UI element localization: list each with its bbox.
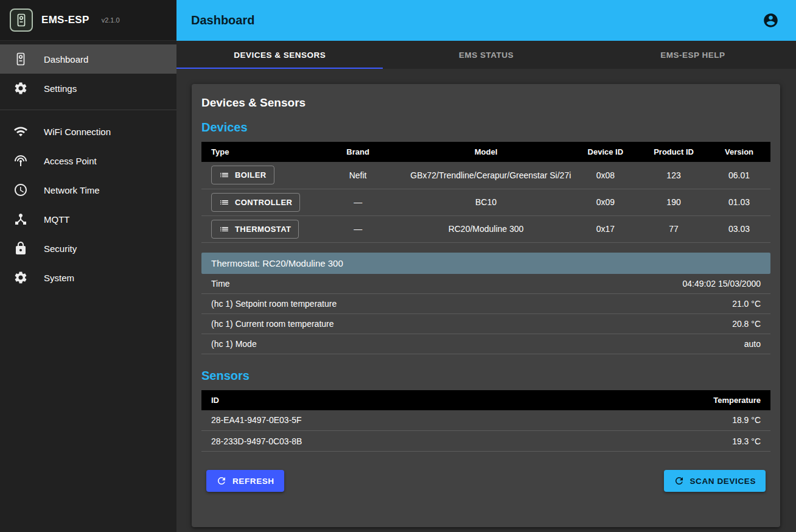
app-version: v2.1.0 [102, 16, 120, 24]
detail-row: (hc 1) Current room temperature 20.8 °C [201, 314, 770, 334]
device-version: 03.03 [708, 215, 770, 242]
tab-bar: DEVICES & SENSORS EMS STATUS EMS-ESP HEL… [176, 41, 796, 69]
page-title: Dashboard [191, 13, 254, 27]
detail-value: auto [744, 339, 761, 349]
device-model: RC20/Moduline 300 [400, 215, 571, 242]
column-header: Brand [315, 142, 400, 162]
device-product-id: 123 [640, 162, 708, 189]
wifi-icon [13, 124, 28, 139]
gear-icon [13, 81, 28, 96]
device-model: GBx72/Trendline/Cerapur/Greenstar Si/27i [400, 162, 571, 189]
column-header: Model [400, 142, 571, 162]
sidebar-item-label: MQTT [44, 214, 70, 225]
refresh-icon [216, 475, 227, 486]
tab-ems-status[interactable]: EMS STATUS [383, 41, 589, 69]
device-detail-header: Thermostat: RC20/Moduline 300 [201, 253, 770, 274]
device-type-label: THERMOSTAT [235, 225, 291, 234]
sidebar-header: EMS-ESP v2.1.0 [0, 0, 176, 41]
devices-table: Type Brand Model Device ID Product ID Ve… [201, 142, 770, 243]
detail-value: 20.8 °C [732, 319, 761, 329]
device-row: CONTROLLER — BC10 0x09 190 01.03 [201, 189, 770, 215]
sidebar-item-label: Settings [44, 83, 77, 94]
device-thermostat-button[interactable]: THERMOSTAT [211, 220, 299, 239]
device-version: 06.01 [708, 162, 770, 189]
column-header: Device ID [571, 142, 640, 162]
sensor-row: 28-EA41-9497-0E03-5F 18.9 °C [201, 410, 770, 431]
sensors-table: ID Temperature 28-EA41-9497-0E03-5F 18.9… [201, 390, 770, 452]
app-name: EMS-ESP [41, 14, 89, 26]
sidebar-item-label: WiFi Connection [44, 127, 111, 137]
sidebar-item-dashboard[interactable]: Dashboard [0, 44, 176, 74]
gear-icon [13, 270, 28, 285]
sidebar-item-label: Access Point [44, 156, 97, 166]
sidebar-item-label: Network Time [44, 185, 100, 195]
sensor-id: 28-EA41-9497-0E03-5F [201, 410, 600, 431]
device-brand: — [315, 215, 400, 242]
tab-label: EMS-ESP HELP [660, 51, 725, 60]
sensor-temperature: 18.9 °C [600, 410, 771, 431]
action-bar: REFRESH SCAN DEVICES [201, 470, 770, 492]
sensor-id: 28-233D-9497-0C03-8B [201, 431, 600, 452]
device-id: 0x09 [571, 189, 640, 215]
account-button[interactable] [760, 10, 781, 31]
detail-row: (hc 1) Setpoint room temperature 21.0 °C [201, 294, 770, 314]
column-header: Product ID [640, 142, 708, 162]
sidebar-item-settings[interactable]: Settings [0, 74, 176, 103]
sidebar-item-system[interactable]: System [0, 263, 176, 292]
list-icon [219, 224, 229, 234]
device-product-id: 77 [640, 215, 708, 242]
sidebar-item-mqtt[interactable]: MQTT [0, 205, 176, 234]
detail-value: 04:49:02 15/03/2000 [683, 279, 761, 289]
device-boiler-button[interactable]: BOILER [211, 166, 274, 184]
device-row: THERMOSTAT — RC20/Moduline 300 0x17 77 0… [201, 215, 770, 242]
sensors-table-header: ID Temperature [201, 390, 770, 410]
detail-row: (hc 1) Mode auto [201, 334, 770, 354]
detail-row: Time 04:49:02 15/03/2000 [201, 274, 770, 294]
card-title: Devices & Sensors [201, 96, 770, 110]
devices-table-header: Type Brand Model Device ID Product ID Ve… [201, 142, 770, 162]
app-bar: Dashboard [176, 0, 796, 41]
device-brand: — [315, 189, 400, 215]
device-type-label: BOILER [235, 170, 267, 180]
device-id: 0x17 [571, 215, 640, 242]
device-version: 01.03 [708, 189, 770, 215]
list-icon [219, 197, 229, 208]
device-product-id: 190 [640, 189, 708, 215]
tab-ems-esp-help[interactable]: EMS-ESP HELP [590, 41, 796, 69]
column-header: Temperature [600, 390, 771, 410]
account-circle-icon [763, 12, 779, 29]
device-type-label: CONTROLLER [235, 198, 292, 207]
lock-icon [13, 241, 28, 256]
ems-device-icon [13, 52, 28, 66]
detail-label: (hc 1) Current room temperature [211, 319, 334, 329]
sidebar-divider [0, 110, 176, 110]
sidebar-item-label: System [44, 273, 74, 283]
tab-devices-sensors[interactable]: DEVICES & SENSORS [176, 41, 383, 69]
sidebar-item-wifi-connection[interactable]: WiFi Connection [0, 117, 176, 146]
column-header: Version [708, 142, 770, 162]
devices-sensors-card: Devices & Sensors Devices Type Brand Mod… [192, 84, 780, 527]
sensor-temperature: 19.3 °C [600, 431, 771, 452]
main-area: Devices & Sensors Devices Type Brand Mod… [176, 69, 796, 532]
device-controller-button[interactable]: CONTROLLER [211, 193, 300, 212]
device-row: BOILER Nefit GBx72/Trendline/Cerapur/Gre… [201, 162, 770, 189]
refresh-icon [674, 475, 685, 486]
column-header: Type [201, 142, 315, 162]
device-detail-list: Time 04:49:02 15/03/2000 (hc 1) Setpoint… [201, 274, 770, 354]
refresh-button[interactable]: REFRESH [206, 470, 284, 492]
list-icon [219, 170, 229, 180]
device-brand: Nefit [315, 162, 400, 189]
sensor-row: 28-233D-9497-0C03-8B 19.3 °C [201, 431, 770, 452]
column-header: ID [201, 390, 600, 410]
scan-devices-button[interactable]: SCAN DEVICES [664, 470, 766, 492]
sidebar-item-label: Dashboard [44, 54, 88, 65]
sidebar-item-label: Security [44, 243, 77, 254]
sidebar-item-security[interactable]: Security [0, 234, 176, 263]
detail-label: (hc 1) Mode [211, 339, 257, 349]
sidebar-nav: Dashboard Settings WiFi Connection Acces… [0, 41, 176, 292]
sidebar-item-access-point[interactable]: Access Point [0, 146, 176, 175]
sidebar-item-network-time[interactable]: Network Time [0, 175, 176, 205]
sidebar: EMS-ESP v2.1.0 Dashboard Settings WiFi C… [0, 0, 176, 532]
access-point-icon [13, 153, 28, 168]
detail-label: Time [211, 279, 230, 289]
